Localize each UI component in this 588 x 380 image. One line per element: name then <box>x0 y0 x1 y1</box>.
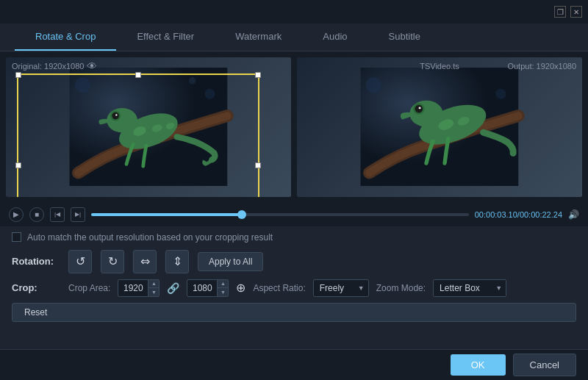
action-bar: OK Cancel <box>0 349 588 380</box>
svg-point-2 <box>107 108 137 132</box>
svg-point-20 <box>366 77 381 93</box>
crop-area-label: Crop Area: <box>68 283 110 293</box>
svg-point-14 <box>409 101 442 127</box>
left-video-panel: Original: 1920x1080 👁 <box>6 57 291 197</box>
resize-icon[interactable]: ⊕ <box>236 281 245 295</box>
rotate-ccw-button[interactable]: ↺ <box>68 250 92 273</box>
close-button[interactable]: ✕ <box>570 6 582 18</box>
tab-rotate-crop[interactable]: Rotate & Crop <box>15 24 116 51</box>
width-down-button[interactable]: ▼ <box>148 288 159 296</box>
svg-point-17 <box>419 107 421 110</box>
aspect-ratio-select[interactable]: Freely 16:9 4:3 1:1 Custom <box>313 279 369 297</box>
chameleon-image-right <box>318 68 561 186</box>
svg-point-4 <box>112 112 119 120</box>
aspect-ratio-label: Aspect Ratio: <box>253 283 305 293</box>
crop-handle-ml[interactable] <box>15 162 21 168</box>
crop-controls: Crop Area: ▲ ▼ 🔗 ▲ ▼ ⊕ A <box>68 279 506 297</box>
link-icon[interactable]: 🔗 <box>167 282 179 294</box>
ok-button[interactable]: OK <box>451 354 506 376</box>
flip-v-button[interactable]: ⇕ <box>165 250 189 273</box>
crop-row: Crop: Crop Area: ▲ ▼ 🔗 ▲ ▼ <box>12 279 576 297</box>
volume-icon[interactable]: 🔊 <box>568 209 579 220</box>
right-video-panel: TSVideo.ts Output: 1920x1080 <box>297 57 582 197</box>
crop-handle-tl[interactable] <box>15 72 21 78</box>
title-bar: ❐ ✕ <box>0 0 588 24</box>
left-video-preview <box>6 57 291 197</box>
height-up-button[interactable]: ▲ <box>218 280 228 288</box>
height-input[interactable] <box>187 283 217 293</box>
next-button[interactable]: ▶| <box>71 207 85 222</box>
svg-point-11 <box>189 77 196 85</box>
svg-point-9 <box>75 77 90 93</box>
reset-button[interactable]: Reset <box>12 303 576 322</box>
width-input-wrapper: ▲ ▼ <box>118 279 159 297</box>
tab-effect-filter[interactable]: Effect & Filter <box>116 24 215 51</box>
play-button[interactable]: ▶ <box>9 207 24 222</box>
height-down-button[interactable]: ▼ <box>218 288 228 296</box>
zoom-mode-label: Zoom Mode: <box>376 283 426 293</box>
progress-thumb[interactable] <box>237 210 246 219</box>
eye-icon[interactable]: 👁 <box>87 60 97 72</box>
flip-h-button[interactable]: ⇔ <box>133 250 157 273</box>
zoom-mode-select[interactable]: Letter Box Pan & Scan Full <box>433 279 506 297</box>
auto-match-label: Auto match the output resolution based o… <box>27 232 273 243</box>
chameleon-image-left <box>27 68 270 186</box>
rotate-cw-button[interactable]: ↻ <box>101 250 124 273</box>
svg-point-10 <box>204 89 215 99</box>
apply-to-all-button[interactable]: Apply to All <box>198 252 263 271</box>
original-label: Original: 1920x1080 <box>12 62 84 71</box>
svg-point-16 <box>415 105 423 113</box>
right-video-preview <box>297 57 582 197</box>
tab-audio[interactable]: Audio <box>302 24 368 51</box>
auto-match-row: Auto match the output resolution based o… <box>12 232 576 243</box>
tab-bar: Rotate & Crop Effect & Filter Watermark … <box>0 24 588 51</box>
playback-controls: ▶ ■ |◀ ▶| 00:00:03.10/00:00:22.24 🔊 <box>0 203 588 226</box>
time-display: 00:00:03.10/00:00:22.24 <box>475 210 562 219</box>
svg-point-5 <box>115 114 117 115</box>
filename-label: TSVideo.ts <box>420 62 459 71</box>
tab-watermark[interactable]: Watermark <box>215 24 302 51</box>
width-input[interactable] <box>118 283 148 293</box>
crop-label: Crop: <box>12 282 60 293</box>
height-spinners: ▲ ▼ <box>217 280 228 296</box>
width-up-button[interactable]: ▲ <box>148 280 159 288</box>
rotation-row: Rotation: ↺ ↻ ⇔ ⇕ Apply to All <box>12 250 576 273</box>
stop-button[interactable]: ■ <box>29 207 44 222</box>
progress-fill <box>91 213 242 216</box>
zoom-mode-wrapper: Letter Box Pan & Scan Full ▼ <box>433 279 506 297</box>
svg-point-21 <box>495 89 506 99</box>
cancel-button[interactable]: Cancel <box>513 354 576 376</box>
output-label: Output: 1920x1080 <box>507 62 576 71</box>
main-content: Original: 1920x1080 👁 <box>0 51 588 377</box>
tab-subtitle[interactable]: Subtitle <box>368 24 441 51</box>
restore-button[interactable]: ❐ <box>554 6 566 18</box>
aspect-ratio-wrapper: Freely 16:9 4:3 1:1 Custom ▼ <box>313 279 369 297</box>
height-input-wrapper: ▲ ▼ <box>187 279 229 297</box>
width-spinners: ▲ ▼ <box>148 280 159 296</box>
progress-bar[interactable] <box>91 213 469 216</box>
prev-button[interactable]: |◀ <box>50 207 65 222</box>
auto-match-checkbox[interactable] <box>12 232 21 242</box>
rotation-label: Rotation: <box>12 256 60 267</box>
video-panels: Original: 1920x1080 👁 <box>0 51 588 203</box>
